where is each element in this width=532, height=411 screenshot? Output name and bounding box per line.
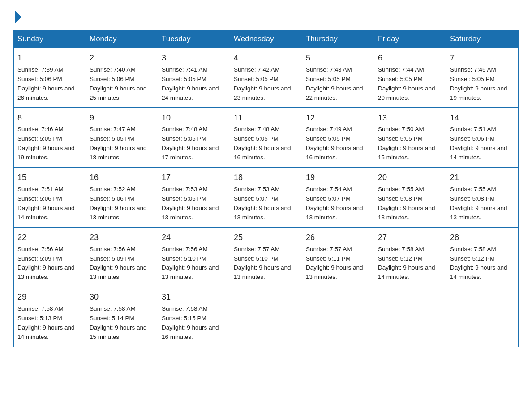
daylight-label: Daylight: 9 hours and 22 minutes. — [306, 85, 363, 101]
calendar-cell: 17Sunrise: 7:53 AMSunset: 5:06 PMDayligh… — [158, 167, 230, 227]
calendar-cell: 16Sunrise: 7:52 AMSunset: 5:06 PMDayligh… — [86, 167, 158, 227]
sunset-label: Sunset: 5:05 PM — [378, 135, 423, 142]
calendar-header-wednesday: Wednesday — [230, 30, 302, 48]
day-number: 23 — [90, 231, 154, 244]
calendar-cell: 15Sunrise: 7:51 AMSunset: 5:06 PMDayligh… — [14, 167, 86, 227]
daylight-label: Daylight: 9 hours and 18 minutes. — [90, 145, 147, 161]
calendar-cell: 3Sunrise: 7:41 AMSunset: 5:05 PMDaylight… — [158, 48, 230, 108]
sunset-label: Sunset: 5:09 PM — [90, 255, 134, 262]
sunset-label: Sunset: 5:12 PM — [378, 255, 423, 262]
daylight-label: Daylight: 9 hours and 17 minutes. — [162, 145, 219, 161]
day-number: 27 — [378, 231, 442, 244]
sunset-label: Sunset: 5:10 PM — [162, 255, 206, 262]
daylight-label: Daylight: 9 hours and 13 minutes. — [90, 264, 147, 280]
calendar-week-row: 29Sunrise: 7:58 AMSunset: 5:13 PMDayligh… — [14, 287, 519, 347]
day-number: 19 — [306, 171, 370, 184]
calendar-cell: 8Sunrise: 7:46 AMSunset: 5:05 PMDaylight… — [14, 108, 86, 168]
calendar-cell — [446, 287, 519, 347]
calendar-cell: 21Sunrise: 7:55 AMSunset: 5:08 PMDayligh… — [446, 167, 519, 227]
calendar-cell: 27Sunrise: 7:58 AMSunset: 5:12 PMDayligh… — [374, 227, 446, 287]
day-number: 26 — [306, 231, 370, 244]
calendar-cell — [230, 287, 302, 347]
day-number: 1 — [17, 52, 82, 64]
day-number: 29 — [17, 291, 82, 304]
sunrise-label: Sunrise: 7:56 AM — [17, 246, 64, 253]
calendar-cell: 30Sunrise: 7:58 AMSunset: 5:14 PMDayligh… — [86, 287, 158, 347]
sunrise-label: Sunrise: 7:53 AM — [234, 186, 280, 193]
sunrise-label: Sunrise: 7:57 AM — [306, 246, 352, 253]
calendar-cell: 9Sunrise: 7:47 AMSunset: 5:05 PMDaylight… — [86, 108, 158, 168]
sunset-label: Sunset: 5:06 PM — [162, 195, 206, 202]
calendar-week-row: 15Sunrise: 7:51 AMSunset: 5:06 PMDayligh… — [14, 167, 519, 227]
daylight-label: Daylight: 9 hours and 15 minutes. — [378, 145, 435, 161]
day-number: 8 — [17, 112, 82, 124]
sunset-label: Sunset: 5:06 PM — [17, 195, 62, 202]
calendar-cell: 26Sunrise: 7:57 AMSunset: 5:11 PMDayligh… — [302, 227, 374, 287]
calendar-header-monday: Monday — [86, 30, 158, 48]
calendar-cell: 11Sunrise: 7:48 AMSunset: 5:05 PMDayligh… — [230, 108, 302, 168]
sunset-label: Sunset: 5:08 PM — [378, 195, 423, 202]
sunset-label: Sunset: 5:05 PM — [306, 76, 351, 82]
sunrise-label: Sunrise: 7:48 AM — [162, 126, 208, 133]
calendar-cell — [302, 287, 374, 347]
sunset-label: Sunset: 5:07 PM — [234, 195, 279, 202]
sunrise-label: Sunrise: 7:50 AM — [378, 126, 424, 133]
daylight-label: Daylight: 9 hours and 13 minutes. — [90, 205, 147, 221]
sunset-label: Sunset: 5:12 PM — [450, 255, 495, 262]
logo — [13, 9, 21, 21]
sunset-label: Sunset: 5:08 PM — [450, 195, 495, 202]
sunset-label: Sunset: 5:05 PM — [17, 135, 62, 142]
sunrise-label: Sunrise: 7:52 AM — [90, 186, 136, 193]
daylight-label: Daylight: 9 hours and 25 minutes. — [90, 85, 147, 101]
calendar-header-saturday: Saturday — [446, 30, 519, 48]
day-number: 15 — [17, 171, 82, 184]
day-number: 13 — [378, 112, 442, 124]
daylight-label: Daylight: 9 hours and 13 minutes. — [378, 205, 435, 221]
sunrise-label: Sunrise: 7:43 AM — [306, 66, 352, 73]
daylight-label: Daylight: 9 hours and 14 minutes. — [450, 264, 507, 280]
calendar-cell: 6Sunrise: 7:44 AMSunset: 5:05 PMDaylight… — [374, 48, 446, 108]
day-number: 28 — [450, 231, 515, 244]
sunset-label: Sunset: 5:11 PM — [306, 255, 351, 262]
calendar-cell: 2Sunrise: 7:40 AMSunset: 5:06 PMDaylight… — [86, 48, 158, 108]
daylight-label: Daylight: 9 hours and 26 minutes. — [17, 85, 75, 101]
sunset-label: Sunset: 5:05 PM — [234, 76, 279, 82]
daylight-label: Daylight: 9 hours and 13 minutes. — [17, 264, 75, 280]
calendar-header-sunday: Sunday — [14, 30, 86, 48]
sunrise-label: Sunrise: 7:44 AM — [378, 66, 424, 73]
sunset-label: Sunset: 5:09 PM — [17, 255, 62, 262]
day-number: 20 — [378, 171, 442, 184]
sunrise-label: Sunrise: 7:53 AM — [162, 186, 208, 193]
daylight-label: Daylight: 9 hours and 19 minutes. — [450, 85, 507, 101]
sunrise-label: Sunrise: 7:55 AM — [450, 186, 496, 193]
calendar-cell: 12Sunrise: 7:49 AMSunset: 5:05 PMDayligh… — [302, 108, 374, 168]
daylight-label: Daylight: 9 hours and 19 minutes. — [17, 145, 75, 161]
day-number: 7 — [450, 52, 515, 64]
daylight-label: Daylight: 9 hours and 13 minutes. — [234, 205, 291, 221]
day-number: 12 — [306, 112, 370, 124]
daylight-label: Daylight: 9 hours and 15 minutes. — [90, 324, 147, 340]
sunset-label: Sunset: 5:07 PM — [306, 195, 351, 202]
calendar-header-tuesday: Tuesday — [158, 30, 230, 48]
daylight-label: Daylight: 9 hours and 20 minutes. — [378, 85, 435, 101]
calendar-cell: 19Sunrise: 7:54 AMSunset: 5:07 PMDayligh… — [302, 167, 374, 227]
day-number: 17 — [162, 171, 226, 184]
day-number: 2 — [90, 52, 154, 64]
calendar-cell: 13Sunrise: 7:50 AMSunset: 5:05 PMDayligh… — [374, 108, 446, 168]
daylight-label: Daylight: 9 hours and 13 minutes. — [162, 264, 219, 280]
day-number: 21 — [450, 171, 515, 184]
calendar-cell: 18Sunrise: 7:53 AMSunset: 5:07 PMDayligh… — [230, 167, 302, 227]
sunset-label: Sunset: 5:05 PM — [234, 135, 279, 142]
day-number: 30 — [90, 291, 154, 304]
calendar-cell: 5Sunrise: 7:43 AMSunset: 5:05 PMDaylight… — [302, 48, 374, 108]
sunrise-label: Sunrise: 7:49 AM — [306, 126, 352, 133]
calendar-cell: 24Sunrise: 7:56 AMSunset: 5:10 PMDayligh… — [158, 227, 230, 287]
calendar-week-row: 8Sunrise: 7:46 AMSunset: 5:05 PMDaylight… — [14, 108, 519, 168]
calendar-cell: 22Sunrise: 7:56 AMSunset: 5:09 PMDayligh… — [14, 227, 86, 287]
sunset-label: Sunset: 5:14 PM — [90, 315, 134, 321]
day-number: 6 — [378, 52, 442, 64]
sunrise-label: Sunrise: 7:51 AM — [450, 126, 496, 133]
daylight-label: Daylight: 9 hours and 16 minutes. — [234, 145, 291, 161]
daylight-label: Daylight: 9 hours and 13 minutes. — [162, 205, 219, 221]
sunrise-label: Sunrise: 7:39 AM — [17, 66, 64, 73]
